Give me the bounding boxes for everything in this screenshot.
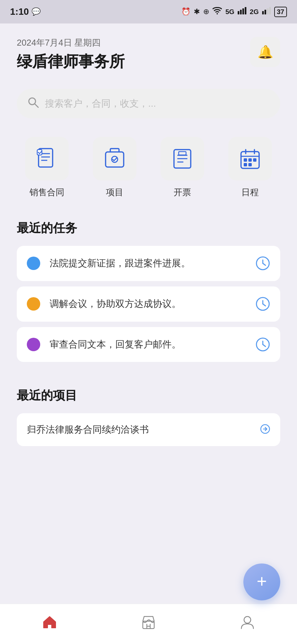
task-text-3: 审查合同文本，回复客户邮件。 — [50, 337, 249, 352]
status-bar: 1:10 💬 ⏰ ✱ ⊕ 5G 2G — [0, 0, 297, 23]
svg-rect-7 — [269, 7, 271, 14]
2g-icon: 2G — [250, 8, 259, 16]
profile-icon — [240, 614, 255, 634]
project-label: 项目 — [106, 186, 123, 198]
firm-name: 绿盾律师事务所 — [17, 51, 125, 72]
schedule-icon-box — [228, 137, 272, 180]
svg-rect-6 — [267, 8, 269, 14]
nav-item-store[interactable] — [99, 614, 198, 634]
recent-tasks-title: 最近的任务 — [17, 220, 280, 236]
svg-rect-4 — [262, 11, 264, 14]
battery-level: 37 — [277, 8, 284, 15]
task-text-2: 调解会议，协助双方达成协议。 — [50, 297, 249, 312]
project-item-1[interactable]: 归乔法律服务合同续约洽谈书 — [17, 413, 280, 446]
recent-projects-title: 最近的项目 — [17, 387, 77, 404]
project-item-text: 归乔法律服务合同续约洽谈书 — [27, 423, 149, 436]
home-icon — [42, 614, 57, 634]
svg-rect-2 — [242, 8, 244, 14]
battery-indicator: 37 — [274, 7, 287, 17]
search-icon — [27, 97, 39, 111]
project-item-arrow — [260, 424, 270, 435]
invoice-label: 开票 — [174, 186, 191, 198]
store-icon — [141, 614, 156, 634]
wifi-icon — [213, 7, 222, 16]
nav-item-profile[interactable] — [198, 614, 297, 634]
svg-rect-1 — [240, 10, 242, 14]
status-icons: ⏰ ✱ ⊕ 5G 2G 37 — [181, 7, 287, 17]
nav-item-home[interactable] — [0, 614, 99, 634]
svg-line-33 — [263, 263, 265, 265]
task-item-2[interactable]: 调解会议，协助双方达成协议。 — [17, 286, 280, 322]
status-time: 1:10 💬 — [10, 6, 41, 17]
task-clock-3 — [255, 337, 270, 352]
svg-rect-27 — [248, 158, 252, 162]
main-content: 2024年7月4日 星期四 绿盾律师事务所 🔔 搜索客户，合同，收支，... — [0, 23, 297, 446]
task-text-1: 法院提交新证据，跟进案件进展。 — [50, 256, 249, 271]
schedule-label: 日程 — [241, 186, 259, 198]
bottom-nav — [0, 604, 297, 644]
contract-icon-box — [25, 137, 69, 180]
project-icon-box — [93, 137, 136, 180]
task-item-3[interactable]: 审查合同文本，回复客户邮件。 — [17, 327, 280, 362]
time-text: 1:10 — [10, 6, 29, 17]
bluetooth-icon: ✱ — [194, 7, 200, 16]
recent-projects-header: 最近的项目 — [17, 387, 280, 404]
task-item-1[interactable]: 法院提交新证据，跟进案件进展。 — [17, 246, 280, 281]
nfc-icon: ⊕ — [203, 7, 209, 16]
contract-label: 销售合同 — [29, 186, 64, 198]
task-clock-2 — [255, 297, 270, 311]
svg-line-39 — [263, 344, 265, 346]
quick-item-project[interactable]: 项目 — [84, 137, 145, 198]
svg-rect-26 — [244, 158, 247, 162]
quick-menu: 销售合同 项目 — [17, 137, 280, 198]
svg-line-9 — [35, 104, 38, 107]
task-dot-1 — [27, 257, 40, 270]
svg-rect-5 — [264, 10, 266, 14]
signal-icon — [238, 7, 246, 16]
alarm-icon: ⏰ — [181, 7, 190, 16]
bell-icon: 🔔 — [257, 45, 273, 59]
task-clock-1 — [255, 256, 270, 271]
invoice-icon-box — [161, 137, 204, 180]
svg-rect-30 — [248, 163, 252, 166]
header-row: 2024年7月4日 星期四 绿盾律师事务所 🔔 — [17, 37, 280, 72]
svg-rect-29 — [244, 163, 247, 166]
svg-rect-3 — [245, 7, 246, 14]
quick-item-contract[interactable]: 销售合同 — [17, 137, 77, 198]
task-list: 法院提交新证据，跟进案件进展。 调解会议，协助双方达成协议。 — [17, 246, 280, 367]
quick-item-invoice[interactable]: 开票 — [152, 137, 213, 198]
search-bar[interactable]: 搜索客户，合同，收支，... — [17, 89, 280, 118]
notification-button[interactable]: 🔔 — [250, 37, 280, 67]
task-dot-2 — [27, 297, 40, 311]
svg-rect-0 — [238, 11, 239, 14]
search-placeholder: 搜索客户，合同，收支，... — [45, 97, 156, 110]
task-dot-3 — [27, 338, 40, 351]
fab-add-button[interactable]: + — [243, 564, 280, 600]
signal2-icon — [262, 7, 271, 16]
header-date: 2024年7月4日 星期四 — [17, 37, 125, 49]
5g-icon: 5G — [225, 8, 234, 16]
svg-rect-21 — [179, 152, 186, 155]
header-left: 2024年7月4日 星期四 绿盾律师事务所 — [17, 37, 125, 72]
svg-rect-28 — [253, 158, 256, 162]
svg-point-46 — [244, 616, 251, 623]
quick-item-schedule[interactable]: 日程 — [220, 137, 280, 198]
fab-plus-icon: + — [257, 573, 267, 590]
message-icon: 💬 — [32, 7, 41, 16]
svg-line-36 — [263, 304, 265, 306]
